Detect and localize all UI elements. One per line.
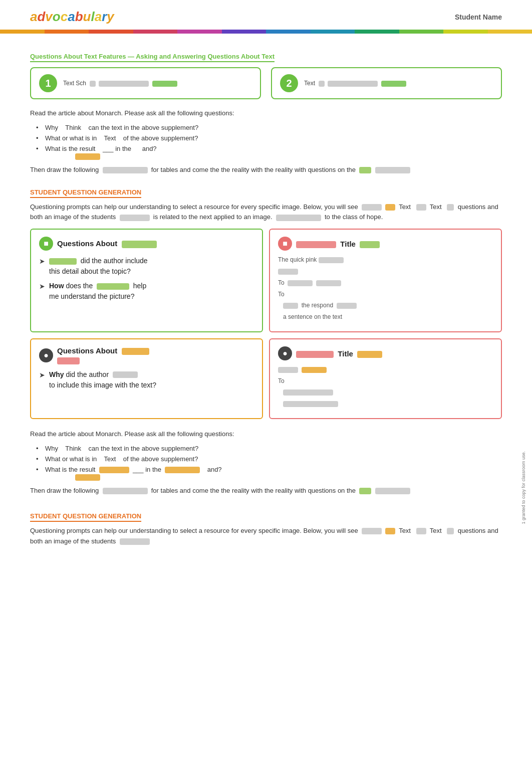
right-card-line-3: To xyxy=(278,279,493,287)
question-card-3-header: ● Questions About xyxy=(39,346,254,364)
strategy-body-1: Questioning prompts can help our underst… xyxy=(30,202,502,223)
sidebar-text: 1 granted to copy for classroom use. xyxy=(521,451,526,524)
question-card-3: ● Questions About ➤ Why did the author t… xyxy=(30,338,263,419)
strategy-title-2: STUDENT QUESTION GENERATION xyxy=(30,512,141,522)
right-card-line-4: To xyxy=(278,290,493,299)
top-card-row: 1 Text Sch 2 Text xyxy=(30,67,502,99)
bullet-3: What is the result ___ in the and? xyxy=(40,145,502,160)
right-card-line-2 xyxy=(278,267,493,276)
right-card-4-line-4 xyxy=(278,400,493,408)
question-text-3: Why did the author to include this image… xyxy=(49,369,156,391)
question-card-4-header: ● Title xyxy=(278,346,493,360)
question-card-2-title: Title xyxy=(296,240,380,248)
question-item-why-author-include: ➤ did the author includethis detail abou… xyxy=(39,256,254,277)
arrow-icon-1: ➤ xyxy=(39,256,45,267)
section2: Read the article about Monarch. Please a… xyxy=(30,429,502,496)
question-item-how-help: ➤ How does the helpme understand the pic… xyxy=(39,281,254,302)
rainbow-bar xyxy=(0,30,532,34)
right-card-line-6: a sentence on the text xyxy=(278,313,493,321)
question-card-2: ■ Title The quick pink To To xyxy=(269,229,502,332)
footer-strategy: STUDENT QUESTION GENERATION Questioning … xyxy=(30,504,502,547)
question-card-2-header: ■ Title xyxy=(278,237,493,251)
bullet-1: Why Think can the text in the above supp… xyxy=(40,124,502,131)
logo: advocabulary xyxy=(30,9,114,25)
strategy-body-2: Questioning prompts can help our underst… xyxy=(30,526,502,547)
section1-bullets: Why Think can the text in the above supp… xyxy=(40,124,502,160)
question-text-2: How does the helpme understand the pictu… xyxy=(49,281,146,302)
right-card-4-line-1 xyxy=(278,365,493,374)
card-1-text: Text Sch xyxy=(63,80,177,87)
main-content: Questions About Text Features — Asking a… xyxy=(0,34,532,563)
bullet-s2-1: Why Think can the text in the above supp… xyxy=(40,445,502,452)
question-card-1-circle: ■ xyxy=(39,237,53,251)
question-card-1-title: Questions About xyxy=(57,239,157,248)
question-card-3-title: Questions About xyxy=(57,346,149,364)
bullet-2: What or what is in Text of the above sup… xyxy=(40,134,502,142)
header-right-text: Student Name xyxy=(455,13,502,21)
question-card-4: ● Title To xyxy=(269,338,502,419)
right-card-line-5: the respond xyxy=(278,301,493,310)
section1-intro: Read the article about Monarch. Please a… xyxy=(30,108,502,119)
question-grid: ■ Questions About ➤ did the author inclu… xyxy=(30,229,502,419)
breadcrumb: Questions About Text Features — Asking a… xyxy=(30,53,275,62)
card-2-circle: 2 xyxy=(280,74,298,92)
question-card-4-title: Title xyxy=(296,349,382,358)
section2-footer: Then draw the following for tables and c… xyxy=(30,486,502,496)
card-1-circle: 1 xyxy=(39,74,57,92)
bullet-s2-2: What or what is in Text of the above sup… xyxy=(40,455,502,463)
question-card-1: ■ Questions About ➤ did the author inclu… xyxy=(30,229,263,332)
bullet-s2-3: What is the result ___ in the and? xyxy=(40,466,502,481)
right-card-4-line-2: To xyxy=(278,377,493,385)
right-card-line-1: The quick pink xyxy=(278,256,493,264)
question-item-why-did-author: ➤ Why did the author to include this ima… xyxy=(39,369,254,391)
question-card-2-circle: ■ xyxy=(278,237,292,251)
strategy-title-1: STUDENT QUESTION GENERATION xyxy=(30,188,141,198)
question-card-4-circle: ● xyxy=(278,346,292,360)
section1-footer: Then draw the following for tables and c… xyxy=(30,165,502,175)
section2-bullets: Why Think can the text in the above supp… xyxy=(40,445,502,481)
card-2: 2 Text xyxy=(271,67,502,99)
arrow-icon-3: ➤ xyxy=(39,370,45,380)
header: advocabulary Student Name xyxy=(0,0,532,25)
question-text-1: did the author includethis detail about … xyxy=(49,256,148,277)
question-card-3-circle: ● xyxy=(39,348,53,362)
question-card-1-header: ■ Questions About xyxy=(39,237,254,251)
card-2-text: Text xyxy=(304,80,406,87)
right-card-4-line-3 xyxy=(278,388,493,397)
card-1: 1 Text Sch xyxy=(30,67,261,99)
arrow-icon-2: ➤ xyxy=(39,281,45,292)
section2-intro: Read the article about Monarch. Please a… xyxy=(30,429,502,440)
